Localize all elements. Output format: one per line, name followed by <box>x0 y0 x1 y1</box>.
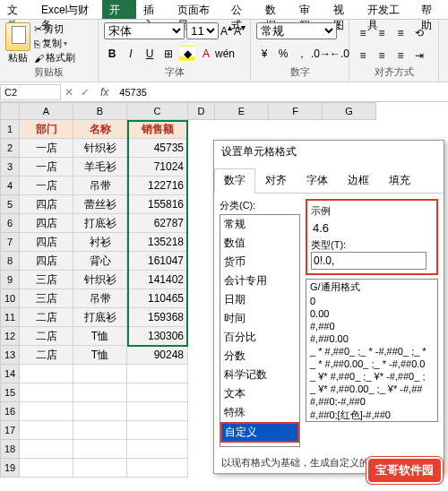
dialog-tab[interactable]: 字体 <box>297 168 338 193</box>
cell[interactable]: 针织衫 <box>73 271 127 289</box>
row-header[interactable]: 7 <box>0 233 20 252</box>
category-item[interactable]: 会计专用 <box>220 271 299 290</box>
category-item[interactable]: 日期 <box>220 290 299 309</box>
fill-color-button[interactable]: ◆ <box>179 46 195 62</box>
col-header[interactable]: F <box>269 102 323 120</box>
cell[interactable]: 一店 <box>20 139 73 158</box>
cell[interactable]: 90248 <box>127 346 188 365</box>
row-header[interactable]: 2 <box>0 139 20 158</box>
paste-label[interactable]: 粘贴 <box>8 51 28 65</box>
cell[interactable]: 三店 <box>20 271 73 289</box>
cell[interactable] <box>73 383 127 402</box>
cell[interactable] <box>73 365 127 383</box>
cell[interactable]: 蕾丝衫 <box>73 195 127 214</box>
cell[interactable] <box>127 365 188 383</box>
menu-tab-10[interactable]: 帮助 <box>414 0 448 19</box>
cut-button[interactable]: ✂剪切 <box>34 22 75 36</box>
copy-button[interactable]: ⎘复制▾ <box>34 37 75 50</box>
cell[interactable]: T恤 <box>73 327 127 346</box>
cell[interactable]: 背心 <box>73 252 127 271</box>
category-item[interactable]: 自定义 <box>220 422 299 443</box>
dialog-tab[interactable]: 数字 <box>214 168 255 194</box>
font-size-select[interactable]: 11 <box>186 22 219 39</box>
currency-button[interactable]: ¥ <box>256 46 272 62</box>
type-input[interactable] <box>311 252 426 270</box>
cell[interactable]: 一店 <box>20 177 73 195</box>
col-header[interactable]: G <box>323 102 376 120</box>
cell[interactable]: 110465 <box>127 289 188 308</box>
indent-icon[interactable]: ⇥ <box>411 47 427 64</box>
align-top-icon[interactable]: ≡ <box>355 25 371 41</box>
cell[interactable]: 吊带 <box>73 177 127 195</box>
phonetic-button[interactable]: wén <box>217 46 233 62</box>
formula-input[interactable] <box>116 85 448 99</box>
cell[interactable] <box>20 365 73 383</box>
cell[interactable]: 161047 <box>127 252 188 271</box>
paste-icon[interactable] <box>5 22 30 51</box>
menu-tab-7[interactable]: 审阅 <box>292 0 326 19</box>
font-name-select[interactable]: 宋体 <box>104 22 185 39</box>
col-header[interactable]: B <box>73 102 127 120</box>
enter-icon[interactable]: ✓ <box>81 86 90 99</box>
row-header[interactable]: 9 <box>0 271 20 289</box>
align-right-icon[interactable]: ≡ <box>392 47 409 64</box>
dialog-tab[interactable]: 边框 <box>338 168 379 193</box>
bold-button[interactable]: B <box>104 46 120 62</box>
col-header[interactable]: E <box>215 102 269 120</box>
format-item[interactable]: 0.00 <box>306 307 437 320</box>
select-all-corner[interactable] <box>0 102 20 120</box>
cell[interactable]: 四店 <box>20 214 73 233</box>
menu-tab-5[interactable]: 公式 <box>224 0 258 19</box>
row-header[interactable]: 8 <box>0 252 20 271</box>
cell[interactable]: 159368 <box>127 308 188 327</box>
number-format-select[interactable]: 常规 <box>256 22 337 39</box>
row-header[interactable]: 6 <box>0 214 20 233</box>
row-header[interactable]: 5 <box>0 195 20 214</box>
menu-tab-4[interactable]: 页面布局 <box>170 0 224 19</box>
cell[interactable] <box>20 402 73 421</box>
cell[interactable]: 135218 <box>127 233 188 252</box>
row-header[interactable]: 1 <box>0 120 20 139</box>
italic-button[interactable]: I <box>123 46 139 62</box>
cell[interactable]: 一店 <box>20 158 73 177</box>
cell[interactable]: 羊毛衫 <box>73 158 127 177</box>
row-header[interactable]: 15 <box>0 383 20 402</box>
decrease-font-icon[interactable]: A▾ <box>234 22 246 39</box>
format-item[interactable]: _ ¥* #,##0_ ;_ ¥* -#,##0_ ; <box>306 370 437 383</box>
increase-decimal-button[interactable]: .0→ <box>313 46 329 62</box>
row-header[interactable]: 11 <box>0 308 20 327</box>
align-bottom-icon[interactable]: ≡ <box>392 25 409 41</box>
format-item[interactable]: _ * #,##0.00_ ;_ * -#,##0.0 <box>306 357 437 370</box>
cell[interactable] <box>127 440 188 459</box>
border-button[interactable]: ⊞ <box>160 46 177 62</box>
category-list[interactable]: 常规数值货币会计专用日期时间百分比分数科学记数文本特殊自定义 <box>220 214 300 447</box>
menu-tab-2[interactable]: 开始 <box>102 0 136 19</box>
cell[interactable]: 二店 <box>20 346 73 365</box>
cell[interactable]: 141402 <box>127 271 188 289</box>
cell[interactable]: 155816 <box>127 195 188 214</box>
align-center-icon[interactable]: ≡ <box>374 47 390 64</box>
cell[interactable] <box>73 440 127 459</box>
cell[interactable]: 部门 <box>20 120 73 139</box>
row-header[interactable]: 13 <box>0 346 20 365</box>
category-item[interactable]: 特殊 <box>220 403 299 422</box>
cell[interactable]: 二店 <box>20 308 73 327</box>
cell[interactable] <box>20 421 73 440</box>
menu-tab-9[interactable]: 开发工具 <box>360 0 414 19</box>
cell[interactable] <box>73 459 127 478</box>
format-item[interactable]: G/通用格式 <box>306 280 437 295</box>
category-item[interactable]: 常规 <box>220 215 299 234</box>
format-painter-button[interactable]: 🖌格式刷 <box>34 51 75 65</box>
cell[interactable]: 衬衫 <box>73 233 127 252</box>
increase-font-icon[interactable]: A▴ <box>220 22 232 39</box>
align-middle-icon[interactable]: ≡ <box>374 25 390 41</box>
menu-tab-6[interactable]: 数据 <box>258 0 292 19</box>
cell[interactable]: 名称 <box>73 120 127 139</box>
cell[interactable]: 130306 <box>127 327 188 346</box>
cell[interactable]: 二店 <box>20 327 73 346</box>
format-item[interactable]: #,##0;-#,##0 <box>306 395 437 408</box>
category-item[interactable]: 百分比 <box>220 328 299 347</box>
font-color-button[interactable]: A <box>198 46 214 62</box>
dialog-tab[interactable]: 对齐 <box>255 168 297 193</box>
row-header[interactable]: 16 <box>0 402 20 421</box>
